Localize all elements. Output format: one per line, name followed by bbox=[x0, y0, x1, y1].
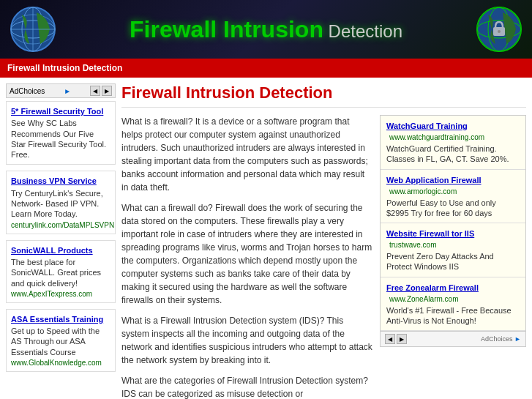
paragraph-4: What are the categories of Firewall Intr… bbox=[121, 374, 372, 399]
sidebar: AdChoices ► ◀ ▶ 5* Firewall Security Too… bbox=[6, 83, 116, 399]
right-ads-panel: WatchGuard Training www.watchguardtraini… bbox=[380, 115, 526, 399]
main-text: What is a firewall? It is a device or a … bbox=[121, 115, 372, 399]
paragraph-3: What is a Firewall Intrusion Detection s… bbox=[121, 314, 372, 367]
ad-prev-btn[interactable]: ◀ bbox=[90, 86, 100, 96]
right-ad-2-text: Powerful Easy to Use and only $2995 Try … bbox=[386, 198, 520, 219]
right-ad-3-text: Prevent Zero Day Attacks And Protect Win… bbox=[386, 251, 520, 272]
sidebar-ad-1-text: See Why SC Labs Recommends Our Five Star… bbox=[11, 118, 110, 160]
right-ad-nav-buttons[interactable]: ◀ ▶ bbox=[385, 334, 407, 344]
page-title: Firewall Intrusion Detection bbox=[121, 83, 526, 108]
sidebar-ad-4-title[interactable]: ASA Essentials Training bbox=[11, 314, 110, 324]
right-ad-1: WatchGuard Training www.watchguardtraini… bbox=[381, 116, 525, 170]
paragraph-1: What is a firewall? It is a device or a … bbox=[121, 115, 372, 194]
ad-nav[interactable]: ◀ ▶ bbox=[90, 86, 112, 96]
right-ad-1-text: WatchGuard Certified Training. Classes i… bbox=[386, 143, 520, 165]
sidebar-ad-2: Business VPN Service Try CenturyLink's S… bbox=[6, 171, 116, 234]
sidebar-ad-3-link[interactable]: www.ApexITexpress.com bbox=[11, 290, 110, 298]
header-sub-text: Detection bbox=[323, 21, 402, 41]
right-ad-1-title[interactable]: WatchGuard Training bbox=[386, 122, 468, 130]
sidebar-ad-4: ASA Essentials Training Get up to Speed … bbox=[6, 309, 116, 372]
nav-label: Firewall Intrusion Detection bbox=[7, 63, 122, 73]
sidebar-ad-3: SonicWALL Products The best place for So… bbox=[6, 240, 116, 303]
header-main-text: Firewall Intrusion bbox=[130, 16, 323, 42]
adchoices-label: AdChoices bbox=[10, 87, 45, 95]
right-ad-next-btn[interactable]: ▶ bbox=[397, 334, 407, 344]
sidebar-ad-1: 5* Firewall Security Tool See Why SC Lab… bbox=[6, 101, 116, 165]
sidebar-ad-3-text: The best place for SonicWALL. Great pric… bbox=[11, 257, 110, 288]
sidebar-ad-3-title[interactable]: SonicWALL Products bbox=[11, 245, 110, 256]
ad-next-btn[interactable]: ▶ bbox=[102, 86, 112, 96]
header-title: Firewall Intrusion Detection bbox=[15, 16, 517, 43]
right-ads-container: WatchGuard Training www.watchguardtraini… bbox=[380, 115, 526, 347]
nav-bar: Firewall Intrusion Detection bbox=[0, 59, 532, 78]
right-ad-4-title[interactable]: Free Zonealarm Firewall bbox=[386, 283, 479, 292]
right-ad-3-title[interactable]: Website Firewall tor IIS bbox=[386, 229, 474, 238]
right-ad-2-title[interactable]: Web Application Firewall bbox=[386, 176, 482, 184]
content-area: Firewall Intrusion Detection What is a f… bbox=[121, 83, 526, 399]
adchoices-bar: AdChoices ► ◀ ▶ bbox=[6, 83, 116, 98]
right-adchoices-label: AdChoices ► bbox=[481, 335, 521, 343]
main-layout: AdChoices ► ◀ ▶ 5* Firewall Security Too… bbox=[0, 78, 532, 399]
sidebar-ad-2-link[interactable]: centurylink.com/DataMPLSVPN bbox=[11, 221, 110, 229]
sidebar-ad-4-text: Get up to Speed with the AS Through our … bbox=[11, 326, 110, 357]
globe-right-icon bbox=[473, 4, 525, 55]
right-ad-2: Web Application Firewall www.armorlogic.… bbox=[381, 170, 525, 224]
svg-point-11 bbox=[498, 30, 501, 33]
right-ad-prev-btn[interactable]: ◀ bbox=[385, 334, 395, 344]
content-body: What is a firewall? It is a device or a … bbox=[121, 115, 526, 399]
sidebar-ad-2-text: Try CenturyLink's Secure, Network- Based… bbox=[11, 188, 110, 220]
right-ad-4-text: World's #1 Firewall - Free Because Anti-… bbox=[386, 305, 520, 327]
right-ad-3: Website Firewall tor IIS trustwave.com P… bbox=[381, 223, 525, 277]
right-ad-3-url[interactable]: trustwave.com bbox=[389, 241, 436, 249]
sidebar-ad-1-title[interactable]: 5* Firewall Security Tool bbox=[11, 106, 110, 116]
right-ad-2-url[interactable]: www.armorlogic.com bbox=[389, 187, 457, 195]
right-adchoices-icon: ► bbox=[514, 335, 521, 343]
sidebar-ad-4-link[interactable]: www.GlobalKnowledge.com bbox=[11, 359, 110, 367]
right-ad-nav: ◀ ▶ AdChoices ► bbox=[381, 331, 525, 346]
sidebar-ad-2-title[interactable]: Business VPN Service bbox=[11, 176, 110, 186]
paragraph-2: What can a firewall do? Firewall does th… bbox=[121, 201, 372, 307]
page-header: Firewall Intrusion Detection bbox=[0, 0, 532, 59]
adchoices-icon: ► bbox=[64, 87, 71, 95]
right-ad-1-url[interactable]: www.watchguardtraining.com bbox=[389, 133, 484, 141]
right-ad-4: Free Zonealarm Firewall www.ZoneAlarm.co… bbox=[381, 277, 525, 332]
right-ad-4-url[interactable]: www.ZoneAlarm.com bbox=[389, 295, 458, 303]
